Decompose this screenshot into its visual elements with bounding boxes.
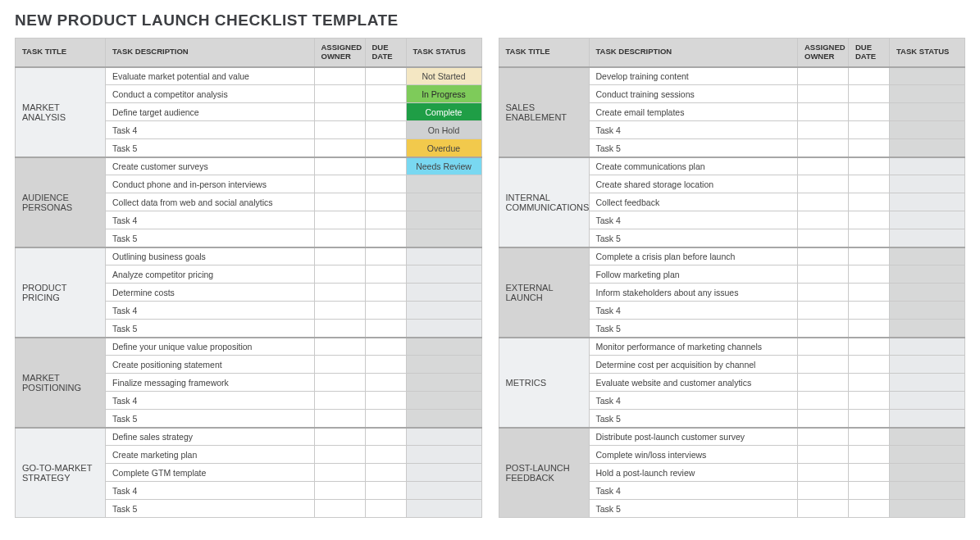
task-status-cell[interactable] <box>406 302 481 320</box>
task-status-cell[interactable] <box>406 428 481 446</box>
due-date-cell[interactable] <box>849 320 890 338</box>
due-date-cell[interactable] <box>849 121 890 139</box>
due-date-cell[interactable] <box>849 139 890 157</box>
due-date-cell[interactable] <box>849 284 890 302</box>
assigned-owner-cell[interactable] <box>314 85 365 103</box>
due-date-cell[interactable] <box>365 103 406 121</box>
due-date-cell[interactable] <box>365 175 406 193</box>
assigned-owner-cell[interactable] <box>798 211 849 229</box>
task-status-cell[interactable] <box>406 211 481 229</box>
assigned-owner-cell[interactable] <box>314 67 365 85</box>
due-date-cell[interactable] <box>365 356 406 374</box>
assigned-owner-cell[interactable] <box>314 121 365 139</box>
assigned-owner-cell[interactable] <box>798 392 849 410</box>
due-date-cell[interactable] <box>365 374 406 392</box>
due-date-cell[interactable] <box>365 229 406 247</box>
due-date-cell[interactable] <box>365 446 406 464</box>
due-date-cell[interactable] <box>365 85 406 103</box>
assigned-owner-cell[interactable] <box>314 446 365 464</box>
assigned-owner-cell[interactable] <box>798 284 849 302</box>
due-date-cell[interactable] <box>849 193 890 211</box>
task-status-cell[interactable]: On Hold <box>406 121 481 139</box>
due-date-cell[interactable] <box>849 392 890 410</box>
task-status-cell[interactable] <box>890 247 965 265</box>
due-date-cell[interactable] <box>365 428 406 446</box>
task-status-cell[interactable]: Overdue <box>406 139 481 157</box>
due-date-cell[interactable] <box>849 446 890 464</box>
assigned-owner-cell[interactable] <box>314 500 365 518</box>
assigned-owner-cell[interactable] <box>798 482 849 500</box>
task-status-cell[interactable]: Needs Review <box>406 157 481 175</box>
assigned-owner-cell[interactable] <box>314 229 365 247</box>
task-status-cell[interactable] <box>890 265 965 284</box>
due-date-cell[interactable] <box>365 265 406 284</box>
assigned-owner-cell[interactable] <box>314 157 365 175</box>
assigned-owner-cell[interactable] <box>798 320 849 338</box>
due-date-cell[interactable] <box>849 67 890 85</box>
task-status-cell[interactable] <box>890 410 965 428</box>
assigned-owner-cell[interactable] <box>314 175 365 193</box>
assigned-owner-cell[interactable] <box>798 356 849 374</box>
assigned-owner-cell[interactable] <box>798 428 849 446</box>
assigned-owner-cell[interactable] <box>314 320 365 338</box>
task-status-cell[interactable] <box>406 193 481 211</box>
task-status-cell[interactable] <box>406 320 481 338</box>
due-date-cell[interactable] <box>849 103 890 121</box>
assigned-owner-cell[interactable] <box>798 464 849 482</box>
assigned-owner-cell[interactable] <box>314 338 365 356</box>
task-status-cell[interactable] <box>890 103 965 121</box>
task-status-cell[interactable] <box>406 482 481 500</box>
assigned-owner-cell[interactable] <box>798 338 849 356</box>
task-status-cell[interactable]: Not Started <box>406 67 481 85</box>
due-date-cell[interactable] <box>365 121 406 139</box>
due-date-cell[interactable] <box>849 175 890 193</box>
assigned-owner-cell[interactable] <box>798 193 849 211</box>
assigned-owner-cell[interactable] <box>314 103 365 121</box>
task-status-cell[interactable] <box>890 211 965 229</box>
task-status-cell[interactable] <box>890 85 965 103</box>
assigned-owner-cell[interactable] <box>798 446 849 464</box>
assigned-owner-cell[interactable] <box>798 103 849 121</box>
due-date-cell[interactable] <box>365 338 406 356</box>
task-status-cell[interactable] <box>890 139 965 157</box>
assigned-owner-cell[interactable] <box>314 247 365 265</box>
task-status-cell[interactable] <box>890 338 965 356</box>
assigned-owner-cell[interactable] <box>798 229 849 247</box>
task-status-cell[interactable] <box>890 356 965 374</box>
due-date-cell[interactable] <box>365 482 406 500</box>
assigned-owner-cell[interactable] <box>798 121 849 139</box>
task-status-cell[interactable] <box>406 338 481 356</box>
task-status-cell[interactable] <box>890 464 965 482</box>
assigned-owner-cell[interactable] <box>798 500 849 518</box>
assigned-owner-cell[interactable] <box>798 67 849 85</box>
assigned-owner-cell[interactable] <box>314 211 365 229</box>
task-status-cell[interactable] <box>890 284 965 302</box>
task-status-cell[interactable] <box>890 157 965 175</box>
assigned-owner-cell[interactable] <box>314 284 365 302</box>
task-status-cell[interactable] <box>406 464 481 482</box>
task-status-cell[interactable] <box>406 446 481 464</box>
due-date-cell[interactable] <box>849 229 890 247</box>
due-date-cell[interactable] <box>849 428 890 446</box>
due-date-cell[interactable] <box>849 85 890 103</box>
assigned-owner-cell[interactable] <box>314 410 365 428</box>
task-status-cell[interactable] <box>406 265 481 284</box>
task-status-cell[interactable] <box>406 247 481 265</box>
due-date-cell[interactable] <box>365 284 406 302</box>
due-date-cell[interactable] <box>365 157 406 175</box>
due-date-cell[interactable] <box>849 211 890 229</box>
due-date-cell[interactable] <box>849 265 890 284</box>
task-status-cell[interactable] <box>406 175 481 193</box>
task-status-cell[interactable] <box>890 121 965 139</box>
assigned-owner-cell[interactable] <box>314 428 365 446</box>
due-date-cell[interactable] <box>849 247 890 265</box>
task-status-cell[interactable] <box>406 410 481 428</box>
due-date-cell[interactable] <box>849 482 890 500</box>
due-date-cell[interactable] <box>365 392 406 410</box>
task-status-cell[interactable]: Complete <box>406 103 481 121</box>
task-status-cell[interactable] <box>406 374 481 392</box>
task-status-cell[interactable] <box>890 446 965 464</box>
task-status-cell[interactable] <box>890 67 965 85</box>
due-date-cell[interactable] <box>365 302 406 320</box>
task-status-cell[interactable] <box>890 302 965 320</box>
